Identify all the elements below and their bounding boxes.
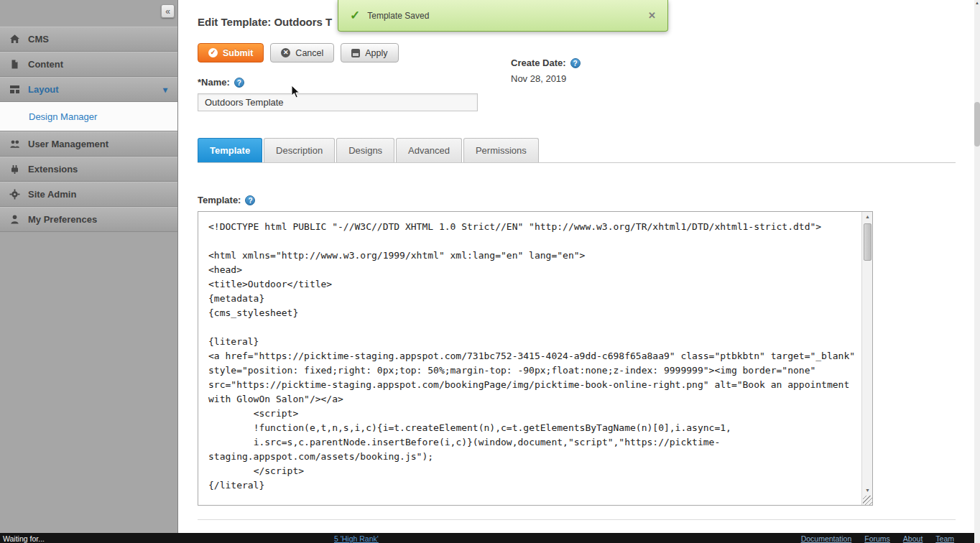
help-icon[interactable]: ? <box>570 58 581 68</box>
apply-button[interactable]: Apply <box>341 43 398 62</box>
footer-bar: Waiting for... 5 'High Rank' Documentati… <box>0 533 974 543</box>
sidebar-item-label: My Preferences <box>28 214 97 225</box>
apply-button-label: Apply <box>365 48 387 58</box>
cancel-button[interactable]: ✕ Cancel <box>270 43 334 62</box>
main-content: Edit Template: Outdoors T ✓ Submit ✕ Can… <box>179 0 974 533</box>
browser-status-text: Waiting for... <box>3 534 45 543</box>
help-icon[interactable]: ? <box>234 78 244 88</box>
sidebar-item-label: Content <box>28 59 63 70</box>
tab-description[interactable]: Description <box>264 138 335 162</box>
layout-icon <box>9 84 20 95</box>
disk-icon <box>351 49 360 57</box>
content-divider <box>198 519 956 520</box>
sidebar-item-site-admin[interactable]: Site Admin <box>0 182 177 207</box>
gear-icon <box>9 189 20 200</box>
template-name-input[interactable] <box>198 93 478 111</box>
footer-link-team[interactable]: Team <box>935 534 954 543</box>
submit-button-label: Submit <box>223 48 253 58</box>
cancel-button-label: Cancel <box>295 48 323 58</box>
chevron-down-icon: ▾ <box>163 85 167 95</box>
tab-permissions[interactable]: Permissions <box>463 138 539 162</box>
sidebar: « CMS Content Layout ▾ Design Manager <box>0 0 178 543</box>
sidebar-subitem-label: Design Manager <box>29 111 97 122</box>
sidebar-item-design-manager[interactable]: Design Manager <box>0 102 177 131</box>
sidebar-item-cms[interactable]: CMS <box>0 27 177 52</box>
sidebar-item-content[interactable]: Content <box>0 52 177 77</box>
sidebar-item-my-preferences[interactable]: My Preferences <box>0 207 177 232</box>
resize-grip[interactable] <box>863 496 872 505</box>
template-code-editor[interactable]: <!DOCTYPE html PUBLIC "-//W3C//DTD XHTML… <box>198 211 873 506</box>
page-scrollbar[interactable]: ▲ <box>974 0 980 543</box>
create-date-label: Create Date: <box>511 57 566 68</box>
collapse-icon: « <box>165 6 170 17</box>
template-editor-label: Template: <box>198 195 241 205</box>
submit-button[interactable]: ✓ Submit <box>198 43 264 62</box>
sidebar-item-label: User Management <box>28 139 108 149</box>
sidebar-item-user-management[interactable]: User Management <box>0 131 177 157</box>
plug-icon <box>9 164 20 175</box>
sidebar-item-label: Site Admin <box>28 189 76 200</box>
help-icon[interactable]: ? <box>245 195 255 205</box>
check-circle-icon: ✓ <box>208 48 218 57</box>
users-icon <box>9 139 20 149</box>
editor-scrollbar[interactable]: ▲ ▼ <box>861 212 872 505</box>
footer-link-about[interactable]: About <box>903 534 923 543</box>
notification-message: Template Saved <box>367 11 429 21</box>
footer-link-forums[interactable]: Forums <box>864 534 890 543</box>
page-scrollbar-thumb[interactable] <box>974 102 980 147</box>
tab-template[interactable]: Template <box>198 138 262 162</box>
sidebar-item-label: CMS <box>28 34 49 45</box>
create-date-value: Nov 28, 2019 <box>511 73 581 84</box>
sidebar-item-label: Layout <box>28 84 59 95</box>
scroll-down-icon[interactable]: ▼ <box>862 486 873 496</box>
editor-scrollbar-thumb[interactable] <box>864 223 872 261</box>
notification-banner: ✓ Template Saved ✕ <box>338 0 668 32</box>
tab-designs[interactable]: Designs <box>336 138 394 162</box>
close-icon[interactable]: ✕ <box>648 10 656 21</box>
footer-link-documentation[interactable]: Documentation <box>801 534 852 543</box>
scroll-up-icon[interactable]: ▲ <box>974 0 980 6</box>
cross-circle-icon: ✕ <box>281 48 290 57</box>
tab-advanced[interactable]: Advanced <box>396 138 462 162</box>
sidebar-item-extensions[interactable]: Extensions <box>0 157 177 182</box>
name-field-label: *Name: <box>198 77 230 88</box>
version-link[interactable]: 5 'High Rank' <box>334 534 379 543</box>
template-code-text[interactable]: <!DOCTYPE html PUBLIC "-//W3C//DTD XHTML… <box>198 212 861 505</box>
home-icon <box>9 34 20 45</box>
tab-bar: Template Description Designs Advanced Pe… <box>198 138 956 163</box>
person-icon <box>9 214 20 225</box>
sidebar-nav: CMS Content Layout ▾ Design Manager User… <box>0 27 177 232</box>
create-date-block: Create Date: ? Nov 28, 2019 <box>511 57 581 84</box>
success-check-icon: ✓ <box>350 8 360 23</box>
scroll-up-icon[interactable]: ▲ <box>862 212 873 222</box>
footer-links: Documentation Forums About Team <box>801 534 954 543</box>
document-icon <box>9 59 20 70</box>
sidebar-item-layout[interactable]: Layout ▾ <box>0 77 177 102</box>
sidebar-item-label: Extensions <box>28 164 78 175</box>
sidebar-collapse-button[interactable]: « <box>161 4 175 18</box>
